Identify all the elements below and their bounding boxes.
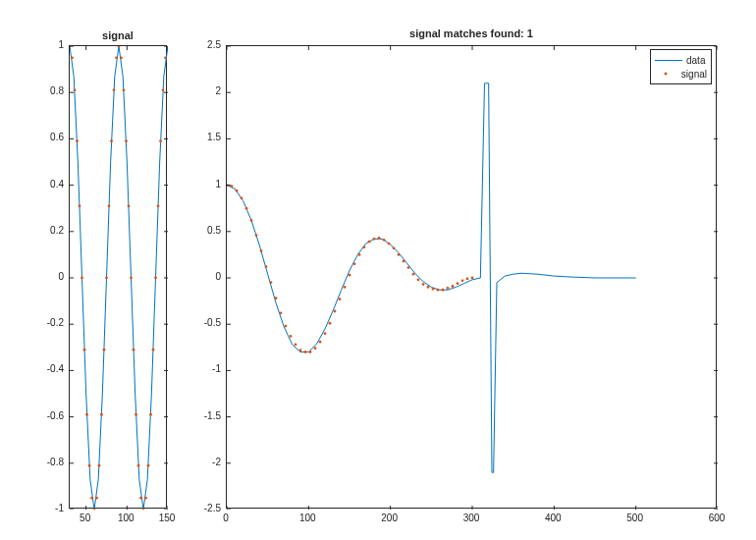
dot — [90, 497, 93, 500]
dot — [110, 139, 113, 142]
ytick-label: -0.8 — [29, 457, 64, 467]
dot — [255, 234, 258, 237]
line-icon — [655, 60, 682, 61]
ytick-label: 1.5 — [187, 132, 221, 142]
dot — [76, 139, 79, 142]
dot — [157, 204, 160, 207]
dot — [466, 278, 469, 281]
dot — [339, 297, 342, 300]
dot — [265, 265, 268, 268]
dot — [417, 278, 420, 281]
dot — [432, 288, 435, 291]
dot — [407, 266, 410, 269]
dot — [130, 277, 133, 280]
legend-label-1: signal — [681, 69, 707, 80]
dot — [241, 196, 243, 199]
xtick-label: 100 — [288, 513, 327, 523]
dot — [85, 413, 88, 416]
ytick-label: 1 — [29, 39, 64, 50]
dot — [358, 253, 361, 256]
legend-label-0: data — [686, 55, 705, 66]
dot — [113, 88, 116, 91]
right-title: signal matches found: 1 — [226, 27, 717, 39]
dot — [260, 249, 263, 252]
dot — [152, 349, 155, 351]
ytick-label: 0 — [29, 271, 64, 282]
xtick-label: 300 — [452, 513, 491, 523]
dot — [137, 464, 140, 467]
xtick-label: 500 — [616, 513, 655, 523]
ytick-label: 0.5 — [187, 225, 221, 236]
legend-item-signal: signal — [655, 67, 707, 81]
dot — [403, 260, 405, 263]
dot — [393, 246, 396, 249]
xtick-label: 200 — [370, 513, 409, 523]
xtick-label: 400 — [533, 513, 572, 523]
dot — [383, 239, 386, 242]
dot — [81, 277, 83, 280]
dot — [412, 273, 415, 276]
dot — [309, 351, 312, 353]
dot — [105, 277, 108, 280]
legend: data signal — [650, 49, 712, 84]
dot — [344, 286, 347, 289]
dot — [128, 204, 131, 207]
legend-swatch-line — [655, 54, 682, 66]
ytick-label: 2.5 — [187, 39, 221, 50]
dot — [447, 287, 450, 290]
dot — [422, 283, 425, 286]
dot — [353, 262, 356, 265]
dot — [314, 347, 317, 350]
xtick-label: 50 — [66, 513, 105, 523]
dot — [437, 289, 440, 292]
dot — [245, 207, 248, 210]
ytick-label: -0.2 — [29, 317, 64, 328]
dot — [144, 497, 147, 500]
dot — [280, 311, 283, 314]
dot — [98, 464, 101, 467]
dot — [120, 56, 123, 59]
xtick-label: 0 — [206, 513, 245, 523]
xtick-label: 600 — [697, 513, 736, 523]
ytick-label: 0.4 — [29, 179, 64, 189]
ytick-label: 0.2 — [29, 225, 64, 236]
ytick-label: -0.4 — [29, 363, 64, 374]
dot — [118, 46, 121, 47]
dot — [115, 56, 118, 59]
dot — [236, 189, 239, 192]
ytick-label: 0 — [187, 271, 221, 282]
dot — [95, 497, 98, 500]
legend-item-data: data — [655, 53, 707, 67]
dot-icon — [665, 73, 668, 76]
ytick-label: 2 — [187, 85, 221, 96]
xtick-label: 150 — [147, 513, 187, 523]
dot — [457, 282, 459, 285]
dot — [378, 237, 381, 240]
dot — [125, 139, 128, 142]
dot — [154, 277, 157, 280]
dot — [142, 509, 145, 510]
series-signal-line — [70, 46, 168, 510]
dot — [285, 325, 288, 328]
ytick-label: -1 — [29, 503, 64, 513]
dot — [349, 274, 351, 277]
dot — [133, 349, 135, 351]
dot — [270, 281, 273, 284]
dot — [329, 322, 332, 325]
ytick-label: -1.5 — [187, 410, 221, 421]
dot — [299, 349, 302, 351]
dot — [442, 289, 445, 292]
ytick-label: -0.6 — [29, 410, 64, 421]
dot — [149, 413, 152, 416]
dot — [373, 238, 376, 241]
dot — [71, 56, 74, 59]
dot — [275, 297, 278, 299]
dot — [74, 88, 77, 91]
figure: signal signal matches found: 1 data sign… — [0, 0, 756, 540]
dot — [363, 245, 366, 248]
dot — [93, 509, 96, 510]
dot — [103, 349, 106, 351]
dot — [452, 285, 455, 288]
dot — [461, 279, 464, 282]
dot — [334, 310, 337, 313]
